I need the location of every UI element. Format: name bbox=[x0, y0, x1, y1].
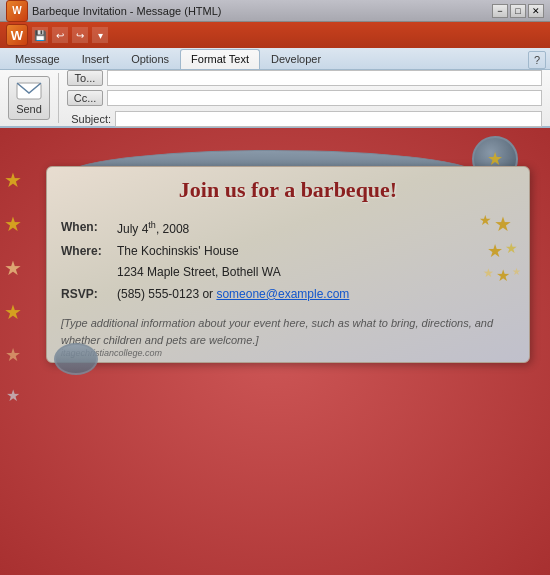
ribbon: W 💾 ↩ ↪ ▾ Message Insert Options Format … bbox=[0, 22, 550, 128]
star-3: ★ bbox=[4, 256, 22, 280]
where-value: The Kochinskis' House 1234 Maple Street,… bbox=[117, 241, 281, 284]
title-bar-controls: − □ ✕ bbox=[492, 4, 544, 18]
when-value: July 4th, 2008 bbox=[117, 217, 189, 241]
send-icon bbox=[15, 81, 43, 101]
title-bar: W Barbeque Invitation - Message (HTML) −… bbox=[0, 0, 550, 22]
email-fields: To... Cc... Subject: bbox=[67, 69, 542, 128]
more-quick-button[interactable]: ▾ bbox=[92, 27, 108, 43]
save-quick-button[interactable]: 💾 bbox=[32, 27, 48, 43]
star-4: ★ bbox=[4, 300, 22, 324]
to-row: To... bbox=[67, 69, 542, 87]
cc-input[interactable] bbox=[107, 90, 542, 106]
minimize-button[interactable]: − bbox=[492, 4, 508, 18]
email-body: ★ ★ ★ ★ ★ ★ ★ ★ ★ bbox=[0, 128, 550, 575]
star-2: ★ bbox=[4, 212, 22, 236]
app-icon: W bbox=[6, 0, 28, 22]
scroll-bottom-left-decoration bbox=[54, 343, 98, 375]
invitation-footer[interactable]: [Type additional information about your … bbox=[61, 315, 515, 348]
undo-quick-button[interactable]: ↩ bbox=[52, 27, 68, 43]
where-row: Where: The Kochinskis' House 1234 Maple … bbox=[61, 241, 515, 284]
redo-quick-button[interactable]: ↪ bbox=[72, 27, 88, 43]
right-stars-cluster: ★ ★ ★ ★ ★ ★ ★ bbox=[479, 212, 521, 285]
invitation-title: Join us for a barbeque! bbox=[61, 177, 515, 203]
send-group: Send bbox=[8, 73, 59, 123]
rsvp-label: RSVP: bbox=[61, 284, 109, 306]
tab-developer[interactable]: Developer bbox=[260, 49, 332, 69]
tab-options[interactable]: Options bbox=[120, 49, 180, 69]
cc-row: Cc... bbox=[67, 89, 542, 107]
title-bar-title: Barbeque Invitation - Message (HTML) bbox=[32, 5, 222, 17]
send-label: Send bbox=[16, 103, 42, 115]
star-1: ★ bbox=[4, 168, 22, 192]
help-button[interactable]: ? bbox=[528, 51, 546, 69]
office-icon[interactable]: W bbox=[6, 24, 28, 46]
tab-format-text[interactable]: Format Text bbox=[180, 49, 260, 69]
subject-label: Subject: bbox=[67, 113, 111, 125]
where-label: Where: bbox=[61, 241, 109, 284]
left-stars-column: ★ ★ ★ ★ ★ ★ bbox=[4, 168, 22, 405]
to-input[interactable] bbox=[107, 70, 542, 86]
when-label: When: bbox=[61, 217, 109, 241]
tab-message[interactable]: Message bbox=[4, 49, 71, 69]
title-bar-left: W Barbeque Invitation - Message (HTML) bbox=[6, 0, 222, 22]
invitation-card[interactable]: ★ ★ ★ ★ ★ ★ ★ Join us for a barbeque! bbox=[46, 166, 530, 363]
cc-button[interactable]: Cc... bbox=[67, 90, 103, 106]
ribbon-tabs: Message Insert Options Format Text Devel… bbox=[0, 48, 550, 70]
quick-access-toolbar: W 💾 ↩ ↪ ▾ bbox=[0, 22, 550, 48]
close-button[interactable]: ✕ bbox=[528, 4, 544, 18]
invitation-details: When: July 4th, 2008 Where: The Kochinsk… bbox=[61, 217, 515, 305]
subject-row: Subject: bbox=[67, 110, 542, 128]
star-5: ★ bbox=[5, 344, 21, 366]
rsvp-email-link[interactable]: someone@example.com bbox=[216, 287, 349, 301]
star-6: ★ bbox=[6, 386, 20, 405]
to-button[interactable]: To... bbox=[67, 70, 103, 86]
ribbon-content: Send To... Cc... Subject: bbox=[0, 70, 550, 128]
send-button[interactable]: Send bbox=[8, 76, 50, 120]
rsvp-value: (585) 555-0123 or someone@example.com bbox=[117, 284, 349, 306]
tab-insert[interactable]: Insert bbox=[71, 49, 121, 69]
rsvp-row: RSVP: (585) 555-0123 or someone@example.… bbox=[61, 284, 515, 306]
when-row: When: July 4th, 2008 bbox=[61, 217, 515, 241]
maximize-button[interactable]: □ bbox=[510, 4, 526, 18]
subject-input[interactable] bbox=[115, 111, 542, 127]
